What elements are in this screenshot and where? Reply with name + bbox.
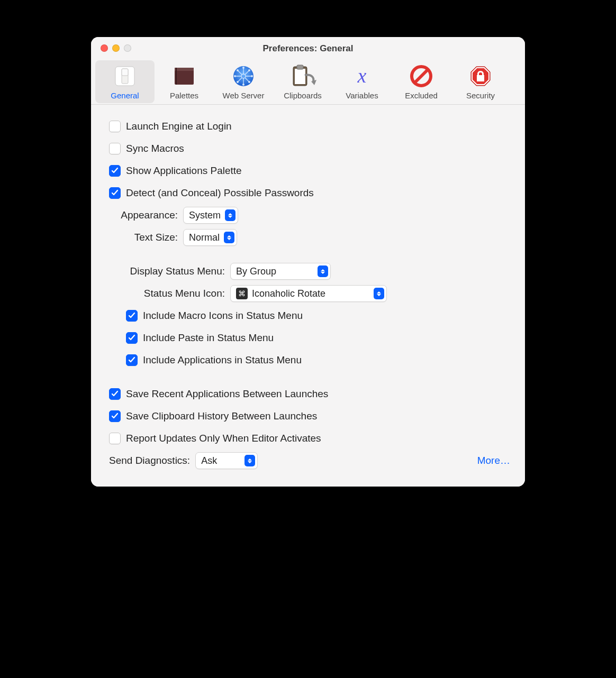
svg-point-22 [248, 69, 250, 71]
tab-label: Variables [346, 91, 378, 100]
include-macro-icons-label: Include Macro Icons in Status Menu [143, 310, 303, 322]
show-app-palette-checkbox[interactable] [109, 165, 121, 177]
appearance-label: Appearance: [109, 209, 178, 221]
detect-passwords-label: Detect (and Conceal) Possible Passwords [126, 187, 314, 199]
tab-clipboards[interactable]: Clipboards [273, 60, 332, 103]
svg-rect-2 [122, 69, 128, 76]
sync-macros-checkbox[interactable] [109, 143, 121, 154]
svg-point-19 [251, 75, 253, 77]
status-menu-icon-label: Status Menu Icon: [106, 288, 225, 299]
tab-label: Web Server [223, 91, 265, 100]
launch-engine-label: Launch Engine at Login [126, 121, 232, 132]
save-clipboard-history-label: Save Clipboard History Between Launches [126, 410, 317, 422]
svg-line-29 [415, 70, 428, 83]
svg-rect-26 [297, 65, 303, 69]
include-applications-checkbox[interactable] [126, 354, 138, 366]
clipboard-icon [289, 63, 316, 89]
report-updates-checkbox[interactable] [109, 433, 121, 444]
tab-palettes[interactable]: Palettes [155, 60, 214, 103]
network-icon [230, 63, 257, 89]
updown-icon [225, 209, 235, 221]
command-icon: ⌘ [236, 288, 248, 299]
svg-rect-4 [175, 68, 194, 71]
traffic-lights [101, 44, 131, 52]
tab-label: General [111, 91, 139, 100]
save-recent-apps-checkbox[interactable] [109, 388, 121, 400]
svg-point-17 [242, 84, 244, 86]
tab-label: Clipboards [284, 91, 322, 100]
appearance-value: System [189, 210, 221, 221]
prohibited-icon [407, 63, 435, 89]
send-diagnostics-value: Ask [201, 455, 217, 466]
status-menu-icon-value: Iconaholic Rotate [252, 288, 325, 299]
updown-icon [244, 455, 255, 466]
svg-rect-5 [176, 68, 177, 85]
save-clipboard-history-checkbox[interactable] [109, 410, 121, 422]
display-status-menu-value: By Group [236, 266, 276, 277]
include-paste-checkbox[interactable] [126, 332, 138, 344]
svg-point-18 [234, 75, 236, 77]
tab-label: Excluded [405, 91, 438, 100]
svg-point-23 [237, 81, 239, 83]
close-button[interactable] [101, 44, 108, 52]
launch-engine-checkbox[interactable] [109, 121, 121, 132]
textsize-label: Text Size: [109, 232, 178, 243]
stop-icon [467, 63, 494, 89]
tab-label: Security [466, 91, 495, 100]
send-diagnostics-select[interactable]: Ask [195, 452, 258, 469]
report-updates-label: Report Updates Only When Editor Activate… [126, 433, 321, 444]
send-diagnostics-label: Send Diagnostics: [109, 455, 190, 466]
book-icon [170, 63, 198, 89]
sync-macros-label: Sync Macros [126, 143, 184, 154]
textsize-value: Normal [189, 232, 220, 243]
textsize-select[interactable]: Normal [183, 229, 237, 246]
include-macro-icons-checkbox[interactable] [126, 310, 138, 322]
svg-point-16 [242, 67, 244, 69]
svg-point-21 [248, 81, 250, 83]
include-applications-label: Include Applications in Status Menu [143, 354, 302, 366]
status-menu-icon-select[interactable]: ⌘ Iconaholic Rotate [230, 285, 387, 302]
tab-label: Palettes [170, 91, 198, 100]
updown-icon [224, 232, 234, 243]
save-recent-apps-label: Save Recent Applications Between Launche… [126, 388, 328, 400]
display-status-menu-label: Display Status Menu: [106, 265, 225, 277]
variable-icon: x [348, 63, 376, 89]
content-pane: Launch Engine at Login Sync Macros Show … [91, 105, 525, 487]
svg-rect-25 [295, 69, 305, 84]
updown-icon [318, 265, 328, 277]
detect-passwords-checkbox[interactable] [109, 187, 121, 199]
show-app-palette-label: Show Applications Palette [126, 165, 242, 177]
tab-general[interactable]: General [95, 60, 155, 103]
tab-security[interactable]: Security [451, 60, 510, 103]
preferences-window: Preferences: General General Palet [91, 37, 525, 487]
updown-icon [374, 288, 384, 299]
zoom-button[interactable] [124, 44, 131, 52]
include-paste-label: Include Paste in Status Menu [143, 332, 274, 344]
tab-excluded[interactable]: Excluded [392, 60, 451, 103]
tab-web-server[interactable]: Web Server [214, 60, 273, 103]
window-title: Preferences: General [91, 43, 525, 54]
svg-text:x: x [357, 65, 367, 87]
tab-variables[interactable]: x Variables [332, 60, 392, 103]
toolbar: General Palettes [91, 60, 525, 105]
display-status-menu-select[interactable]: By Group [230, 263, 331, 280]
svg-point-20 [237, 69, 239, 71]
minimize-button[interactable] [112, 44, 120, 52]
titlebar: Preferences: General [91, 37, 525, 60]
more-link[interactable]: More… [477, 455, 510, 466]
switch-icon [111, 63, 139, 89]
appearance-select[interactable]: System [183, 207, 238, 224]
